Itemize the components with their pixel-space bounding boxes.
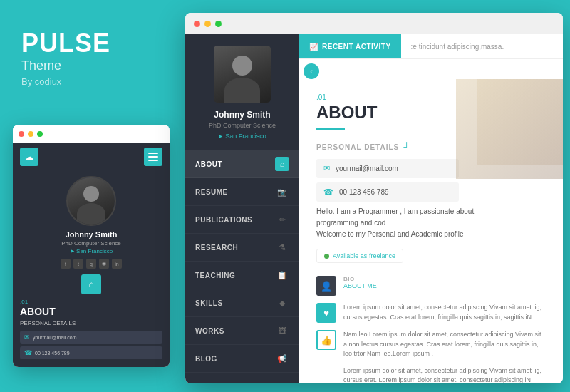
- menu-line: [148, 153, 158, 154]
- back-button[interactable]: ‹: [304, 63, 319, 79]
- nav-icon-skills: ◆: [275, 296, 289, 310]
- bio-text-row-1: ♥ Lorem ipsum dolor sit amet, consectetu…: [316, 303, 546, 323]
- menu-line: [148, 160, 158, 161]
- sidebar-name: Johnny Smith: [214, 110, 270, 120]
- nav-icon-about: ⌂: [275, 157, 289, 171]
- mobile-home-button[interactable]: ⌂: [81, 274, 101, 294]
- main-top-bar: [185, 13, 563, 34]
- nav-icon-teaching: 📋: [275, 268, 289, 282]
- brand-author: By codiux: [21, 76, 110, 87]
- activity-bar: 📈 RECENT ACTIVITY :e tincidunt adipiscin…: [299, 34, 563, 59]
- freelance-text: Available as freelance: [333, 252, 395, 259]
- nav-label-about: ABOUT: [195, 160, 222, 168]
- mobile-email-text: yourmail@mail.com: [33, 335, 77, 340]
- mobile-email-row: ✉ yourmail@mail.com: [20, 331, 162, 344]
- sidebar-location-text: San Francisco: [225, 133, 266, 140]
- sidebar-item-blog[interactable]: BLOG 📢: [185, 345, 299, 373]
- bio-sublabel: ABOUT ME: [343, 282, 377, 289]
- nav-label-works: WORKS: [195, 327, 224, 335]
- bio-teal-icon: ♥: [316, 303, 336, 323]
- sidebar: Johnny Smith PhD Computer Science ➤ San …: [185, 34, 299, 383]
- main-preview: Johnny Smith PhD Computer Science ➤ San …: [185, 13, 563, 383]
- sidebar-location: ➤ San Francisco: [218, 133, 266, 140]
- mobile-phone-icon: ☎: [24, 349, 32, 356]
- sidebar-item-research[interactable]: RESEARCH ⚗: [185, 234, 299, 262]
- mobile-section-num: .01: [13, 299, 28, 305]
- bio-section: 👤 BIO ABOUT ME ♥ Lorem ipsum dolor sit a…: [316, 276, 546, 383]
- mobile-cloud-icon: ☁: [20, 148, 38, 166]
- brand-title: PULSE: [21, 29, 110, 58]
- email-icon: ✉: [323, 164, 330, 173]
- sidebar-subtitle: PhD Computer Science: [209, 122, 276, 129]
- bio-outline-icon: 👍: [316, 330, 336, 350]
- freelance-badge: Available as freelance: [316, 249, 403, 263]
- nav-label-contact: CONTACT: [195, 383, 232, 384]
- sidebar-nav: ABOUT ⌂ RESUME 📷 PUBLICATIONS ✏ RESEARCH…: [185, 150, 299, 383]
- mobile-preview: ☁ Johnny Smith PhD Computer Science ➤ Sa…: [13, 125, 170, 367]
- bio-content: BIO ABOUT ME: [343, 276, 377, 292]
- nav-label-resume: RESUME: [195, 188, 228, 196]
- mobile-facebook-icon[interactable]: f: [61, 259, 71, 269]
- nav-label-publications: PUBLICATIONS: [195, 216, 252, 224]
- nav-icon-publications: ✏: [275, 212, 289, 227]
- nav-icon-resume: 📷: [275, 185, 289, 199]
- nav-label-skills: SKILLS: [195, 299, 223, 307]
- bio-row: 👤 BIO ABOUT ME: [316, 276, 546, 296]
- brand-subtitle: Theme: [21, 58, 110, 73]
- mobile-body: ☁ Johnny Smith PhD Computer Science ➤ Sa…: [13, 143, 170, 367]
- sidebar-item-skills[interactable]: SKILLS ◆: [185, 289, 299, 317]
- content-area: .01 ABOUT PERSONAL DETAILS ✉ yourmail@ma…: [299, 79, 563, 383]
- bio-text-2: Nam leo.Lorem ipsum dolor sit amet, cons…: [343, 330, 546, 359]
- menu-line: [148, 156, 158, 158]
- hello-text: Hello. I am a Programmer , I am passiona…: [316, 206, 546, 240]
- mobile-email-icon: ✉: [24, 334, 30, 341]
- nav-icon-contact: ✈: [275, 379, 289, 383]
- sidebar-item-contact[interactable]: CONTACT ✈: [185, 373, 299, 383]
- location-arrow-icon: ➤: [70, 248, 75, 254]
- bio-text-3: Lorem ipsum dolor sit amet, consectetur …: [343, 366, 546, 384]
- mobile-rss-icon[interactable]: ◉: [99, 259, 109, 269]
- activity-icon: 📈: [309, 43, 318, 51]
- sidebar-item-about[interactable]: ABOUT ⌂: [185, 150, 299, 178]
- mobile-menu-icon[interactable]: [144, 148, 162, 166]
- branding-block: PULSE Theme By codiux: [21, 29, 110, 87]
- mobile-title: PhD Computer Science: [61, 240, 121, 247]
- main-content: Johnny Smith PhD Computer Science ➤ San …: [185, 34, 563, 383]
- nav-icon-blog: 📢: [275, 351, 289, 366]
- phone-value: 00 123 456 789: [339, 188, 389, 196]
- bio-person-icon: 👤: [316, 276, 336, 296]
- freelance-status-dot: [324, 254, 329, 259]
- main-dot-red: [194, 21, 200, 27]
- mobile-social: f t g ◉ in: [61, 259, 122, 269]
- sidebar-item-works[interactable]: WORKS 🖼: [185, 317, 299, 345]
- sidebar-item-teaching[interactable]: TEACHING 📋: [185, 262, 299, 289]
- sidebar-item-publications[interactable]: PUBLICATIONS ✏: [185, 206, 299, 234]
- activity-tab[interactable]: 📈 RECENT ACTIVITY: [299, 34, 401, 58]
- mobile-dot-green: [37, 131, 43, 137]
- email-value: yourmail@mail.com: [336, 165, 398, 172]
- mobile-twitter-icon[interactable]: t: [73, 259, 83, 269]
- main-panel: 📈 RECENT ACTIVITY :e tincidunt adipiscin…: [299, 34, 563, 383]
- phone-icon: ☎: [323, 187, 333, 197]
- bio-text-1: Lorem ipsum dolor sit amet, consectetur …: [343, 303, 546, 322]
- section-divider: [316, 128, 345, 130]
- mobile-personal-details: PERSONAL DETAILS: [13, 320, 76, 326]
- sidebar-avatar: [214, 46, 271, 103]
- nav-icon-research: ⚗: [275, 240, 289, 254]
- mobile-phone-text: 00 123 456 789: [35, 351, 70, 356]
- nav-label-blog: BLOG: [195, 355, 217, 363]
- mobile-phone-row: ☎ 00 123 456 789: [20, 346, 162, 359]
- sidebar-profile: Johnny Smith PhD Computer Science ➤ San …: [185, 34, 299, 147]
- bio-label: BIO: [343, 276, 377, 282]
- sidebar-item-resume[interactable]: RESUME 📷: [185, 178, 299, 206]
- mobile-section-title: ABOUT: [13, 306, 56, 317]
- mobile-name: Johnny Smith: [66, 230, 118, 239]
- mobile-linkedin-icon[interactable]: in: [112, 259, 122, 269]
- mobile-google-icon[interactable]: g: [86, 259, 96, 269]
- mobile-dot-yellow: [28, 131, 33, 137]
- bio-text-row-3: Lorem ipsum dolor sit amet, consectetur …: [316, 366, 546, 384]
- mobile-top-bar: [13, 125, 170, 143]
- main-dot-yellow: [204, 21, 211, 27]
- location-icon: ➤: [218, 133, 223, 140]
- mobile-location: ➤ San Francisco: [70, 248, 113, 254]
